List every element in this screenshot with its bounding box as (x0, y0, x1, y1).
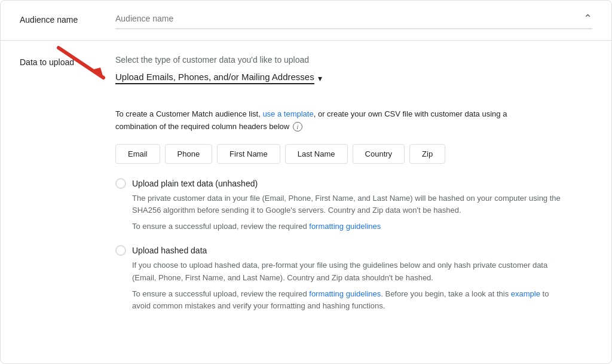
radio-button-hashed[interactable] (115, 245, 126, 256)
radio-option-unhashed: Upload plain text data (unhashed) The pr… (115, 178, 592, 233)
dropdown-arrow-icon: ▾ (318, 74, 322, 83)
radio-label-row-hashed: Upload hashed data (115, 245, 592, 256)
hashed-extra-text: . Before you begin, take a look at this (381, 289, 511, 298)
column-tag-zip: Zip (409, 144, 445, 164)
radio-button-unhashed[interactable] (115, 178, 126, 189)
radio-link-row-hashed: To ensure a successful upload, review th… (132, 288, 562, 313)
hashed-formatting-link[interactable]: formatting guidelines (309, 289, 381, 298)
audience-name-input[interactable] (115, 11, 579, 26)
info-icon[interactable]: i (293, 122, 302, 131)
collapse-icon[interactable]: ⌃ (583, 12, 592, 25)
select-type-text: Select the type of customer data you'd l… (115, 55, 592, 65)
radio-title-hashed: Upload hashed data (132, 246, 207, 255)
radio-desc-hashed: If you choose to upload hashed data, pre… (132, 259, 562, 285)
unhashed-link-prefix: To ensure a successful upload, review th… (132, 222, 309, 231)
radio-title-unhashed: Upload plain text data (unhashed) (132, 179, 258, 188)
audience-name-content: ⌃ (115, 11, 592, 29)
data-upload-content: Select the type of customer data you'd l… (115, 55, 592, 325)
radio-desc-unhashed: The private customer data in your file (… (132, 192, 562, 218)
audience-name-input-row: ⌃ (115, 11, 592, 29)
hashed-example-link[interactable]: example (511, 289, 540, 298)
column-tag-country: Country (353, 144, 405, 164)
upload-type-dropdown[interactable]: Upload Emails, Phones, and/or Mailing Ad… (115, 72, 322, 84)
dropdown-wrapper: Upload Emails, Phones, and/or Mailing Ad… (115, 72, 322, 96)
desc-before-link: To create a Customer Match audience list… (115, 109, 262, 118)
use-template-link[interactable]: use a template (262, 109, 313, 118)
column-tag-last-name: Last Name (285, 144, 348, 164)
column-tags-container: Email Phone First Name Last Name Country… (115, 144, 592, 164)
page-container: Audience name ⌃ Data to upload Select th… (0, 0, 612, 364)
audience-name-label: Audience name (20, 11, 115, 25)
dropdown-label: Upload Emails, Phones, and/or Mailing Ad… (115, 72, 314, 84)
column-tag-phone: Phone (165, 144, 213, 164)
column-tag-email: Email (115, 144, 160, 164)
column-tag-first-name: First Name (217, 144, 280, 164)
radio-label-row-unhashed: Upload plain text data (unhashed) (115, 178, 592, 189)
data-upload-label: Data to upload (20, 55, 115, 67)
description-text: To create a Customer Match audience list… (115, 108, 546, 133)
radio-link-row-unhashed: To ensure a successful upload, review th… (132, 221, 562, 233)
svg-marker-1 (91, 68, 103, 78)
radio-option-hashed: Upload hashed data If you choose to uplo… (115, 245, 592, 313)
data-upload-section: Data to upload Select the type of custom… (1, 41, 611, 344)
hashed-link-prefix: To ensure a successful upload, review th… (132, 289, 309, 298)
audience-name-section: Audience name ⌃ (1, 1, 611, 41)
unhashed-formatting-link[interactable]: formatting guidelines (309, 222, 381, 231)
